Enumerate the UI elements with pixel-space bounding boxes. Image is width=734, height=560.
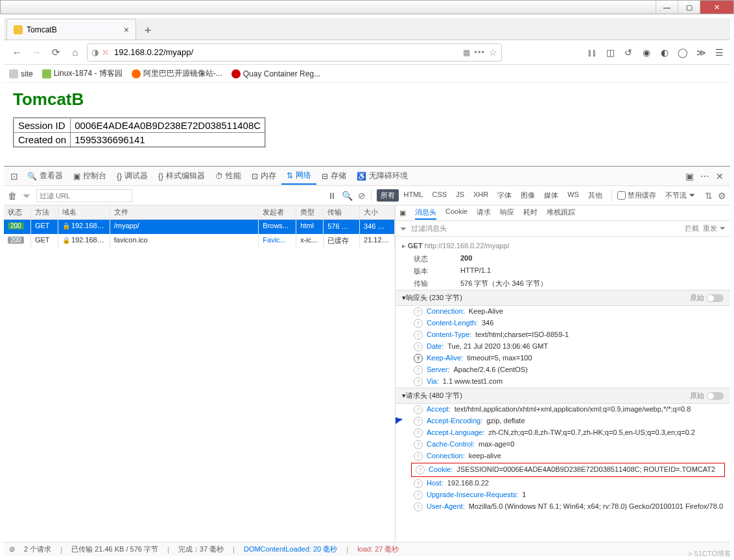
type-filter-HTML[interactable]: HTML (400, 189, 427, 202)
bookmark-linux[interactable]: Linux-1874 - 博客园 (42, 68, 123, 79)
clear-icon[interactable]: 🗑 (8, 191, 17, 201)
forward-icon[interactable]: → (29, 45, 44, 60)
type-filter-所有[interactable]: 所有 (377, 189, 399, 202)
response-tab-堆栈跟踪[interactable]: 堆栈跟踪 (547, 206, 575, 220)
help-icon[interactable]: ? (414, 377, 423, 386)
devtools-tab-7[interactable]: ⊟ 存储 (316, 167, 351, 185)
type-filter-WS[interactable]: WS (563, 189, 583, 202)
url-box[interactable]: ◑ ⛌ ▦ ••• ☆ (87, 43, 502, 62)
throttle-select[interactable]: 不节流 ⏷ (661, 189, 700, 202)
type-filter-JS[interactable]: JS (452, 189, 468, 202)
response-headers-section[interactable]: ▾ 响应头 (230 字节)原始 (396, 290, 730, 306)
devtools-tab-4[interactable]: ⏱ 性能 (210, 167, 246, 185)
raw-toggle[interactable] (707, 294, 724, 302)
disable-cache-checkbox[interactable]: 禁用缓存 (617, 191, 656, 200)
reload-icon[interactable]: ⟳ (48, 45, 64, 60)
settings-icon[interactable]: ⚙ (718, 191, 726, 201)
block-icon[interactable]: ⊘ (358, 191, 366, 201)
raw-toggle[interactable] (707, 392, 724, 400)
type-filter-图像[interactable]: 图像 (517, 189, 539, 202)
page-actions-icon[interactable]: ••• (474, 47, 485, 57)
close-devtools-icon[interactable]: ✕ (713, 171, 726, 181)
help-icon[interactable]: ? (414, 366, 423, 375)
response-tab-请求[interactable]: 请求 (477, 206, 491, 220)
filter-icon[interactable]: ⏷ (399, 224, 407, 233)
help-icon[interactable]: ? (414, 440, 423, 449)
menu-icon[interactable]: ☰ (713, 47, 725, 58)
har-icon[interactable]: ⇅ (705, 191, 713, 201)
help-icon[interactable]: ? (414, 417, 423, 426)
network-row[interactable]: 200GET🔒192.168.0.../myapp/Brows...html57… (4, 220, 395, 234)
devtools-tab-1[interactable]: ▣ 控制台 (68, 167, 112, 185)
devtools-tab-0[interactable]: 🔍 查看器 (22, 167, 68, 185)
devtools-tab-2[interactable]: {} 调试器 (112, 167, 153, 185)
devtools-tab-5[interactable]: ⊡ 内存 (246, 167, 281, 185)
type-filter-字体[interactable]: 字体 (493, 189, 515, 202)
headers-filter-bar: ⏷ 过滤消息头 拦截 重发 ⏷ (396, 221, 730, 237)
help-icon[interactable]: ? (414, 342, 423, 351)
browser-tab[interactable]: TomcatB × (6, 19, 136, 40)
new-tab-button[interactable]: + (139, 21, 157, 40)
type-filter-其他[interactable]: 其他 (584, 189, 606, 202)
url-input[interactable] (114, 47, 459, 57)
shield-icon[interactable]: ◑ (91, 47, 99, 57)
block-button[interactable]: 拦截 (685, 224, 699, 233)
bookmark-aliyun[interactable]: 阿里巴巴开源镜像站-... (132, 68, 222, 79)
maximize-button[interactable]: ▢ (678, 1, 700, 14)
tab-close-icon[interactable]: × (124, 25, 129, 35)
history-icon[interactable]: ↺ (622, 47, 634, 58)
close-button[interactable]: ✕ (700, 1, 733, 14)
help-icon[interactable]: ? (414, 331, 423, 340)
help-icon[interactable]: ? (414, 479, 423, 488)
filter-headers-input[interactable]: 过滤消息头 (411, 224, 447, 233)
pause-icon[interactable]: ⏸ (327, 191, 337, 201)
back-icon[interactable]: ← (9, 45, 25, 60)
help-icon[interactable]: ? (414, 307, 423, 316)
filter-icon[interactable]: ⏷ (22, 191, 31, 201)
network-details-panel: ▣ 消息头Cookie请求响应耗时堆栈跟踪 ⏷ 过滤消息头 拦截 重发 ⏷ ▸ … (396, 205, 730, 542)
minimize-button[interactable]: — (656, 1, 678, 14)
response-tab-消息头[interactable]: 消息头 (415, 206, 436, 220)
help-icon[interactable]: ? (414, 502, 423, 511)
dock-icon[interactable]: ▣ (683, 171, 696, 181)
extension-icon-1[interactable]: ◉ (641, 47, 652, 58)
account-icon[interactable]: ◯ (677, 47, 689, 58)
inspect-icon[interactable]: ⊡ (8, 171, 21, 181)
help-icon[interactable]: ? (414, 428, 423, 438)
help-icon[interactable]: ? (414, 319, 423, 328)
response-tab-响应[interactable]: 响应 (500, 206, 514, 220)
bookmark-star-icon[interactable]: ☆ (489, 47, 497, 58)
response-tab-Cookie[interactable]: Cookie (445, 206, 468, 220)
help-icon[interactable]: ? (414, 405, 423, 414)
toggle-raw-icon[interactable]: ▣ (399, 209, 406, 217)
qr-icon[interactable]: ▦ (463, 48, 470, 57)
response-tab-耗时[interactable]: 耗时 (523, 206, 538, 220)
extension-icon-2[interactable]: ◐ (659, 47, 670, 58)
help-icon[interactable]: ? (414, 354, 423, 363)
type-filter-媒体[interactable]: 媒体 (540, 189, 562, 202)
devtools-tab-6[interactable]: ⇅ 网络 (281, 167, 316, 185)
overflow-icon[interactable]: ≫ (695, 47, 707, 58)
filter-url-input[interactable] (36, 189, 132, 202)
more-icon[interactable]: ⋯ (698, 171, 712, 181)
bookmark-site[interactable]: site (9, 69, 33, 78)
search-icon[interactable]: 🔍 (342, 191, 353, 201)
library-icon[interactable]: ⫿⫿ (586, 47, 598, 58)
sidebar-icon[interactable]: ◫ (604, 47, 616, 58)
insecure-lock-icon[interactable]: ⛌ (102, 48, 110, 57)
help-icon[interactable]: ? (416, 465, 425, 474)
help-icon[interactable]: ? (414, 491, 423, 500)
home-icon[interactable]: ⌂ (67, 45, 83, 60)
devtools-tab-3[interactable]: {} 样式编辑器 (153, 167, 210, 185)
resend-button[interactable]: 重发 ⏷ (703, 224, 726, 233)
devtools-tab-8[interactable]: ♿ 无障碍环境 (351, 167, 413, 185)
type-filter-CSS[interactable]: CSS (429, 189, 451, 202)
type-filter-XHR[interactable]: XHR (469, 189, 492, 202)
network-row[interactable]: 200GET🔒192.168.0...favicon.icoFavic...x-… (4, 234, 395, 248)
bookmark-quay[interactable]: Quay Container Reg... (231, 69, 320, 78)
no-issues-icon[interactable]: ⊘ (9, 545, 15, 554)
request-headers-section[interactable]: ▾ 请求头 (480 字节)原始 (396, 388, 730, 404)
header-line: ?Content-Type: text/html;charset=ISO-885… (396, 329, 730, 341)
help-icon[interactable]: ? (414, 452, 423, 461)
session-table: Session ID0006E4ADE4A0B9D238E72D03851140… (13, 117, 266, 148)
